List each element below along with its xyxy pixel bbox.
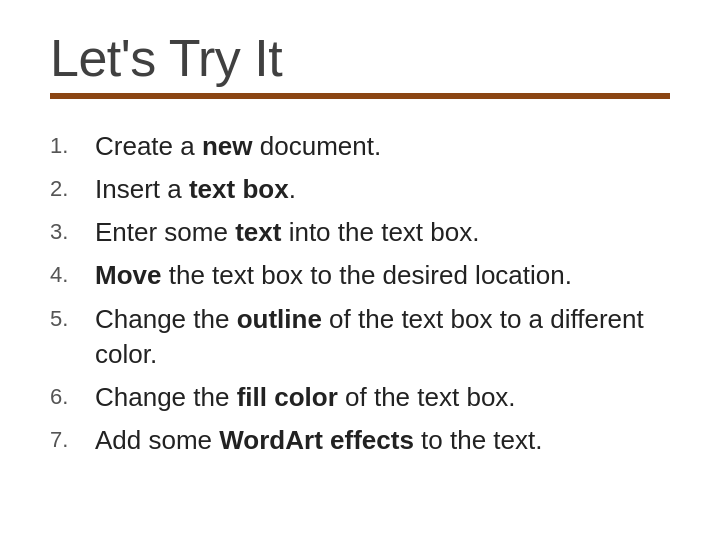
list-text: Add some WordArt effects to the text. [95,423,670,458]
list-number: 2. [50,172,95,204]
list-item: 7.Add some WordArt effects to the text. [50,423,670,458]
title-area: Let's Try It [50,30,670,99]
list-text: Change the fill color of the text box. [95,380,670,415]
list-number: 1. [50,129,95,161]
list-item: 5.Change the outline of the text box to … [50,302,670,372]
list-item: 3.Enter some text into the text box. [50,215,670,250]
list-item: 2.Insert a text box. [50,172,670,207]
list-text: Create a new document. [95,129,670,164]
list-item: 6.Change the fill color of the text box. [50,380,670,415]
list-text: Insert a text box. [95,172,670,207]
list-number: 3. [50,215,95,247]
title-accent-bar [50,93,670,99]
content-area: 1.Create a new document.2.Insert a text … [50,129,670,510]
list-number: 6. [50,380,95,412]
list-number: 7. [50,423,95,455]
slide: Let's Try It 1.Create a new document.2.I… [0,0,720,540]
list-item: 4.Move the text box to the desired locat… [50,258,670,293]
list-text: Move the text box to the desired locatio… [95,258,670,293]
list-number: 5. [50,302,95,334]
slide-title: Let's Try It [50,30,670,87]
list-number: 4. [50,258,95,290]
list-text: Enter some text into the text box. [95,215,670,250]
list-item: 1.Create a new document. [50,129,670,164]
list-text: Change the outline of the text box to a … [95,302,670,372]
